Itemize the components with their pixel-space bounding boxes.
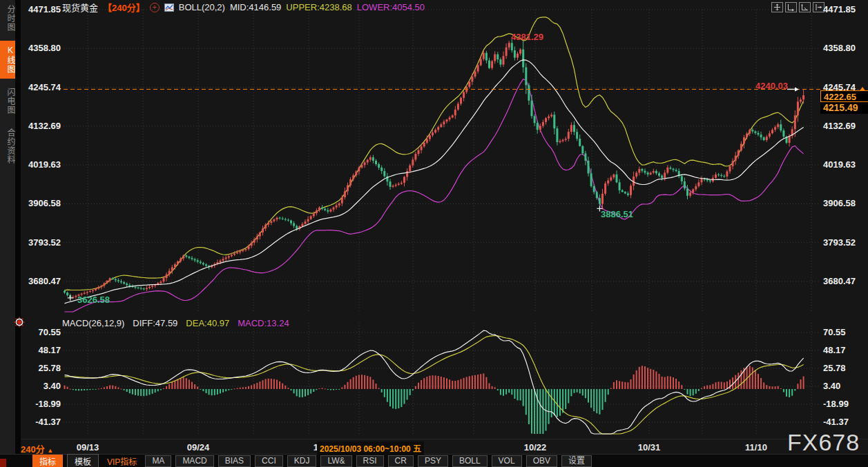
axis-label: 25.78	[23, 363, 61, 374]
pane-separator	[21, 439, 868, 439]
axis-label: 3.40	[823, 381, 865, 392]
sidebar-item-2[interactable]: 闪电图	[0, 83, 15, 119]
marked-low-label: 3886.51	[601, 209, 633, 219]
watermark: FX678	[787, 429, 860, 456]
axis-label: 4471.85	[23, 4, 61, 15]
zoom-out-horizontal-icon[interactable]	[785, 2, 797, 12]
indicator-button-BIAS[interactable]: BIAS	[218, 455, 251, 467]
axis-label: 70.55	[23, 327, 61, 338]
axis-label: 4019.63	[23, 159, 61, 170]
boll-mid-value: MID:4146.59	[230, 2, 281, 12]
axis-label: -18.99	[23, 399, 61, 410]
corner-marker	[0, 459, 6, 467]
trading-terminal: 分时图K线图闪电图合约资料 现货黄金 【240分】 + BOLL(20,2) M…	[0, 0, 868, 467]
price-box-primary: 4222.65	[820, 90, 868, 102]
sidebar-divider	[15, 0, 21, 467]
zoom-in-horizontal-icon[interactable]	[799, 2, 811, 12]
indicator-button-PSY[interactable]: PSY	[418, 455, 448, 467]
axis-label: 4132.69	[823, 121, 865, 132]
axis-label: 48.17	[823, 345, 865, 356]
toolbar-tab-0[interactable]: 指标	[32, 455, 63, 467]
chart-canvas[interactable]	[0, 0, 868, 467]
x-axis-label: 11/10	[745, 442, 767, 453]
chart-type-icon[interactable]	[164, 3, 174, 12]
overlay-layer	[64, 87, 867, 301]
move-icon[interactable]	[771, 2, 783, 12]
add-indicator-icon[interactable]: +	[150, 3, 160, 12]
boll-upper-value: UPPER:4238.68	[286, 2, 351, 12]
low-marker-cross	[68, 295, 73, 301]
indicator-button-设置[interactable]: 设置	[561, 455, 592, 467]
axis-label: 3793.52	[823, 237, 865, 248]
axis-label: 3680.47	[23, 276, 61, 287]
grid-layer	[64, 10, 818, 434]
price-box-secondary: 4215.49	[820, 102, 868, 114]
macd-histogram-layer	[64, 366, 804, 434]
axis-label: 48.17	[23, 345, 61, 356]
toolbar-tab-2[interactable]: VIP指标	[103, 455, 141, 467]
chart-header: 现货黄金 【240分】 + BOLL(20,2) MID:4146.59 UPP…	[62, 1, 425, 13]
indicator-button-RSI[interactable]: RSI	[356, 455, 384, 467]
boll-lower-line	[65, 79, 804, 312]
macd-dea-value: DEA:40.97	[186, 318, 229, 328]
indicator-button-MACD[interactable]: MACD	[175, 455, 213, 467]
x-axis-label: 09/13	[77, 442, 99, 453]
marked-high-label: 4381.29	[511, 32, 543, 42]
axis-label: 4019.63	[823, 159, 865, 170]
period-badge: 【240分】	[103, 1, 145, 14]
current-price-label: 4240.03	[755, 81, 788, 91]
axis-label: 4132.69	[23, 121, 61, 132]
indicator-button-OBV[interactable]: OBV	[526, 455, 557, 467]
indicator-button-LW&[interactable]: LW&	[320, 455, 351, 467]
axis-label: -41.37	[23, 417, 61, 428]
macd-macd-value: MACD:13.24	[238, 318, 289, 328]
boll-lower-value: LOWER:4054.50	[357, 2, 425, 12]
axis-label: 4358.80	[823, 43, 865, 54]
period-arrow-icon: ▲	[47, 447, 53, 454]
axis-label: -41.37	[823, 417, 865, 428]
toolbar-tab-1[interactable]: 模板	[67, 454, 99, 467]
sidebar: 分时图K线图闪电图合约资料	[0, 0, 15, 467]
axis-label: 4245.74	[23, 82, 61, 93]
x-axis-label: 10/22	[524, 442, 547, 453]
indicator-button-CR[interactable]: CR	[388, 455, 414, 467]
indicator-alert-icon	[14, 317, 25, 330]
indicator-toolbar: 指标模板VIP指标MAMACDBIASCCIKDJLW&RSICRPSYBOLL…	[0, 454, 868, 467]
axis-label: 4471.85	[823, 4, 865, 15]
axis-label: 3906.58	[23, 198, 61, 209]
chart-tool-icons	[771, 2, 824, 12]
macd-formula: MACD(26,12,9)	[62, 318, 124, 328]
indicator-button-KDJ[interactable]: KDJ	[287, 455, 317, 467]
candles-layer	[64, 39, 804, 300]
symbol-title: 现货黄金	[62, 1, 98, 14]
axis-label: 3.40	[23, 381, 61, 392]
macd-header: MACD(26,12,9) DIFF:47.59 DEA:40.97 MACD:…	[62, 318, 289, 328]
boll-label: BOLL(20,2)	[179, 2, 225, 12]
axis-label: -18.99	[823, 399, 865, 410]
sidebar-item-1[interactable]: K线图	[0, 41, 15, 79]
axis-label: 25.78	[823, 363, 865, 374]
candle-tooltip: 2025/10/03 06:00~10:00 五	[317, 441, 424, 455]
axis-label: 4358.80	[23, 43, 61, 54]
indicator-button-CCI[interactable]: CCI	[255, 455, 283, 467]
sidebar-item-0[interactable]: 分时图	[0, 0, 15, 37]
macd-diff-value: DIFF:47.59	[133, 318, 177, 328]
boll-upper-line	[65, 17, 804, 290]
indicator-button-MA[interactable]: MA	[145, 455, 171, 467]
axis-label: 3680.47	[823, 276, 865, 287]
axis-label: 3793.52	[23, 237, 61, 248]
sidebar-item-3[interactable]: 合约资料	[0, 123, 15, 169]
axis-label: 70.55	[823, 327, 865, 338]
x-axis-label: 09/24	[187, 442, 210, 453]
indicator-button-BOLL[interactable]: BOLL	[452, 455, 488, 467]
axis-label: 3906.58	[823, 198, 865, 209]
start-low-label: 3626.58	[77, 295, 110, 305]
x-axis-label: 10/31	[638, 442, 661, 453]
indicator-button-VOL[interactable]: VOL	[492, 455, 522, 467]
